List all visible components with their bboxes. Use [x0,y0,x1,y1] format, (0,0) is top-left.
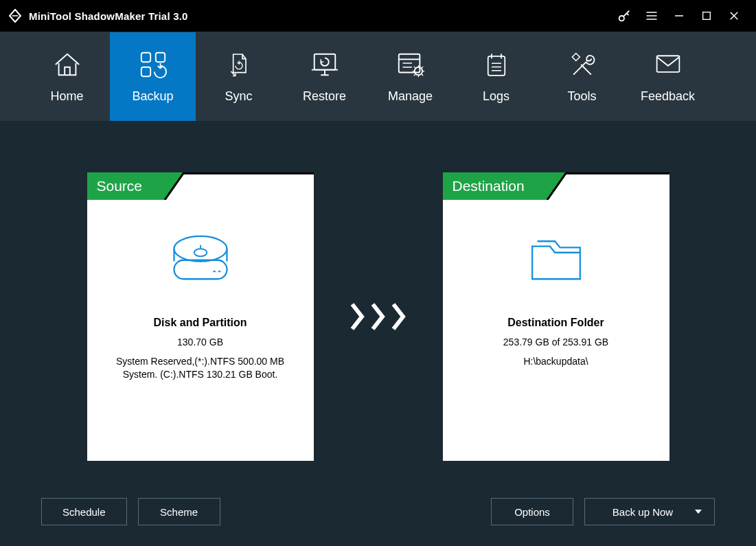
destination-card[interactable]: Destination Destination Folder 253.79 GB… [443,172,669,461]
nav-label: Backup [132,89,173,104]
svg-rect-3 [155,53,164,62]
nav-tools[interactable]: Tools [539,32,625,121]
svg-rect-2 [141,53,150,62]
destination-heading: Destination Folder [507,317,604,329]
nav-sync[interactable]: Sync [196,32,282,121]
nav-label: Logs [483,89,509,104]
folder-icon [518,227,594,289]
manage-icon [395,49,426,80]
feedback-icon [652,49,684,80]
svg-rect-12 [174,260,227,279]
content-area: Source Disk and Partition 130.70 GB Syst… [0,121,756,546]
options-button[interactable]: Options [491,498,573,525]
tools-icon [566,49,598,80]
schedule-button[interactable]: Schedule [41,498,127,525]
nav-manage[interactable]: Manage [367,32,453,121]
nav-label: Tools [567,89,596,104]
scheme-button[interactable]: Scheme [138,498,220,525]
nav-label: Feedback [641,89,695,104]
destination-tab-label: Destination [443,172,540,200]
disk-icon [163,227,238,289]
source-heading: Disk and Partition [153,317,247,329]
dropdown-caret-icon [695,510,702,514]
titlebar: MiniTool ShadowMaker Trial 3.0 [0,0,756,32]
app-title: MiniTool ShadowMaker Trial 3.0 [29,10,188,22]
nav-restore[interactable]: Restore [282,32,367,121]
svg-rect-9 [656,56,679,72]
source-card[interactable]: Source Disk and Partition 130.70 GB Syst… [87,172,314,461]
minimize-button[interactable] [665,0,693,32]
nav-label: Home [50,89,83,104]
nav-label: Sync [225,89,252,104]
backup-now-label: Back up Now [612,506,673,518]
nav-feedback[interactable]: Feedback [625,32,711,121]
home-icon [51,49,83,80]
close-button[interactable] [720,0,748,32]
nav-home[interactable]: Home [24,32,110,121]
source-details: System Reserved,(*:).NTFS 500.00 MB Syst… [87,355,314,381]
maximize-button[interactable] [693,0,720,32]
menu-icon[interactable] [638,0,665,32]
app-logo-icon [7,8,23,24]
backup-icon [137,49,169,80]
backup-now-button[interactable]: Back up Now [584,498,715,525]
nav-label: Restore [303,89,346,104]
main-nav: Home Backup Sync Restore [0,32,756,121]
destination-path: H:\backupdata\ [511,355,600,368]
transfer-arrows-icon [348,302,409,332]
svg-point-7 [414,67,422,75]
svg-rect-4 [141,67,150,76]
nav-backup[interactable]: Backup [110,32,196,121]
activate-key-icon[interactable] [610,0,638,32]
svg-rect-5 [314,54,335,70]
sync-icon [223,49,255,80]
destination-size: 253.79 GB of 253.91 GB [491,336,621,349]
nav-logs[interactable]: Logs [453,32,539,121]
nav-label: Manage [388,89,433,104]
svg-rect-1 [703,12,711,20]
source-card-header: Source [87,172,314,200]
source-size: 130.70 GB [165,336,236,349]
svg-rect-8 [488,56,505,76]
logs-icon [481,49,512,80]
destination-card-header: Destination [443,172,669,200]
svg-point-0 [619,16,624,21]
source-tab-label: Source [87,172,158,200]
bottom-toolbar: Schedule Scheme Options Back up Now [41,498,715,525]
restore-icon [309,49,341,80]
